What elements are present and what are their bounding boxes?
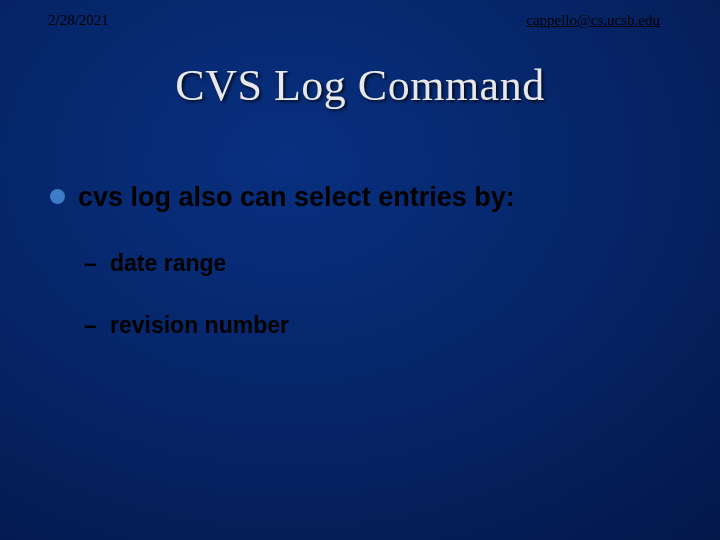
slide-title: CVS Log Command: [0, 60, 720, 111]
bullet-item: revision number: [84, 311, 680, 341]
header-date: 2/28/2021: [48, 12, 109, 29]
slide-body: cvs log also can select entries by: date…: [50, 180, 680, 373]
slide: 2/28/2021 cappello@cs.ucsb.edu CVS Log C…: [0, 0, 720, 540]
bullet-lead: cvs log also can select entries by:: [50, 180, 680, 215]
header-email-link[interactable]: cappello@cs.ucsb.edu: [526, 12, 660, 29]
bullet-item: date range: [84, 249, 680, 279]
